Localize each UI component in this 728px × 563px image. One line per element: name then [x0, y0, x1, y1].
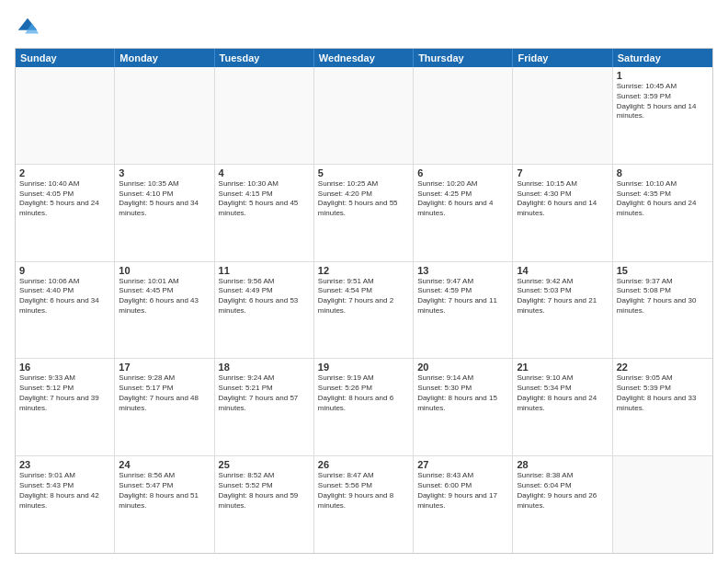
day-number: 18: [219, 362, 310, 373]
day-info: Sunrise: 9:14 AM Sunset: 5:30 PM Dayligh…: [417, 373, 508, 413]
calendar-day-3: 3Sunrise: 10:35 AM Sunset: 4:10 PM Dayli…: [115, 165, 214, 261]
calendar-row-3: 9Sunrise: 10:06 AM Sunset: 4:40 PM Dayli…: [16, 262, 712, 360]
day-info: Sunrise: 10:30 AM Sunset: 4:15 PM Daylig…: [219, 179, 310, 219]
day-number: 13: [417, 265, 508, 276]
calendar-day-23: 23Sunrise: 9:01 AM Sunset: 5:43 PM Dayli…: [16, 456, 115, 553]
day-number: 26: [318, 459, 409, 470]
calendar-day-8: 8Sunrise: 10:10 AM Sunset: 4:35 PM Dayli…: [613, 165, 712, 261]
day-info: Sunrise: 9:56 AM Sunset: 4:49 PM Dayligh…: [219, 277, 310, 316]
day-info: Sunrise: 8:47 AM Sunset: 5:56 PM Dayligh…: [318, 471, 409, 511]
logo-icon: [15, 15, 40, 40]
day-number: 2: [19, 167, 110, 178]
page-header: [15, 15, 713, 40]
calendar-day-11: 11Sunrise: 9:56 AM Sunset: 4:49 PM Dayli…: [215, 262, 314, 359]
logo: [15, 15, 44, 40]
day-number: 14: [517, 265, 608, 276]
calendar-day-empty: [414, 67, 513, 164]
calendar-row-4: 16Sunrise: 9:33 AM Sunset: 5:12 PM Dayli…: [16, 359, 712, 456]
day-number: 24: [119, 459, 210, 470]
day-info: Sunrise: 10:35 AM Sunset: 4:10 PM Daylig…: [119, 179, 210, 219]
day-info: Sunrise: 10:25 AM Sunset: 4:20 PM Daylig…: [318, 179, 409, 219]
day-number: 9: [19, 265, 110, 276]
header-day-thursday: Thursday: [414, 49, 513, 67]
header-day-monday: Monday: [115, 49, 214, 67]
day-number: 1: [617, 70, 709, 81]
calendar-day-13: 13Sunrise: 9:47 AM Sunset: 4:59 PM Dayli…: [414, 262, 513, 359]
day-info: Sunrise: 9:33 AM Sunset: 5:12 PM Dayligh…: [19, 373, 110, 413]
day-info: Sunrise: 8:43 AM Sunset: 6:00 PM Dayligh…: [417, 471, 508, 511]
day-info: Sunrise: 9:05 AM Sunset: 5:39 PM Dayligh…: [617, 373, 709, 413]
day-number: 16: [19, 362, 110, 373]
calendar-day-27: 27Sunrise: 8:43 AM Sunset: 6:00 PM Dayli…: [414, 456, 513, 553]
day-info: Sunrise: 10:45 AM Sunset: 3:59 PM Daylig…: [617, 82, 709, 121]
day-number: 10: [119, 265, 210, 276]
day-number: 5: [318, 167, 409, 178]
calendar-day-16: 16Sunrise: 9:33 AM Sunset: 5:12 PM Dayli…: [16, 359, 115, 455]
calendar-day-1: 1Sunrise: 10:45 AM Sunset: 3:59 PM Dayli…: [613, 67, 712, 164]
calendar-day-empty: [513, 67, 612, 164]
day-number: 20: [417, 362, 508, 373]
day-number: 21: [517, 362, 608, 373]
day-info: Sunrise: 8:52 AM Sunset: 5:52 PM Dayligh…: [219, 471, 310, 511]
calendar-day-empty: [314, 67, 414, 164]
calendar: SundayMondayTuesdayWednesdayThursdayFrid…: [15, 48, 713, 554]
day-info: Sunrise: 9:51 AM Sunset: 4:54 PM Dayligh…: [318, 277, 409, 316]
day-number: 22: [617, 362, 709, 373]
calendar-day-26: 26Sunrise: 8:47 AM Sunset: 5:56 PM Dayli…: [314, 456, 414, 553]
header-day-sunday: Sunday: [16, 49, 115, 67]
calendar-day-24: 24Sunrise: 8:56 AM Sunset: 5:47 PM Dayli…: [115, 456, 214, 553]
day-info: Sunrise: 9:37 AM Sunset: 5:08 PM Dayligh…: [617, 277, 709, 316]
calendar-body: 1Sunrise: 10:45 AM Sunset: 3:59 PM Dayli…: [16, 67, 712, 553]
calendar-day-22: 22Sunrise: 9:05 AM Sunset: 5:39 PM Dayli…: [613, 359, 712, 455]
calendar-day-17: 17Sunrise: 9:28 AM Sunset: 5:17 PM Dayli…: [115, 359, 214, 455]
day-info: Sunrise: 8:56 AM Sunset: 5:47 PM Dayligh…: [119, 471, 210, 511]
calendar-day-2: 2Sunrise: 10:40 AM Sunset: 4:05 PM Dayli…: [16, 165, 115, 261]
calendar-day-7: 7Sunrise: 10:15 AM Sunset: 4:30 PM Dayli…: [513, 165, 612, 261]
day-number: 7: [517, 167, 608, 178]
day-number: 12: [318, 265, 409, 276]
header-day-friday: Friday: [513, 49, 612, 67]
calendar-day-empty: [215, 67, 314, 164]
day-number: 17: [119, 362, 210, 373]
day-info: Sunrise: 10:20 AM Sunset: 4:25 PM Daylig…: [417, 179, 508, 219]
calendar-day-12: 12Sunrise: 9:51 AM Sunset: 4:54 PM Dayli…: [314, 262, 414, 359]
calendar-day-4: 4Sunrise: 10:30 AM Sunset: 4:15 PM Dayli…: [215, 165, 314, 261]
day-info: Sunrise: 9:24 AM Sunset: 5:21 PM Dayligh…: [219, 373, 310, 413]
header-day-saturday: Saturday: [613, 49, 712, 67]
calendar-day-14: 14Sunrise: 9:42 AM Sunset: 5:03 PM Dayli…: [513, 262, 612, 359]
day-info: Sunrise: 10:40 AM Sunset: 4:05 PM Daylig…: [19, 179, 110, 219]
day-info: Sunrise: 9:01 AM Sunset: 5:43 PM Dayligh…: [19, 471, 110, 511]
calendar-row-5: 23Sunrise: 9:01 AM Sunset: 5:43 PM Dayli…: [16, 456, 712, 553]
day-number: 19: [318, 362, 409, 373]
calendar-day-10: 10Sunrise: 10:01 AM Sunset: 4:45 PM Dayl…: [115, 262, 214, 359]
calendar-day-15: 15Sunrise: 9:37 AM Sunset: 5:08 PM Dayli…: [613, 262, 712, 359]
day-info: Sunrise: 10:01 AM Sunset: 4:45 PM Daylig…: [119, 277, 210, 316]
day-number: 4: [219, 167, 310, 178]
calendar-day-19: 19Sunrise: 9:19 AM Sunset: 5:26 PM Dayli…: [314, 359, 414, 455]
calendar-day-25: 25Sunrise: 8:52 AM Sunset: 5:52 PM Dayli…: [215, 456, 314, 553]
calendar-row-1: 1Sunrise: 10:45 AM Sunset: 3:59 PM Dayli…: [16, 67, 712, 165]
day-info: Sunrise: 10:06 AM Sunset: 4:40 PM Daylig…: [19, 277, 110, 316]
day-info: Sunrise: 9:28 AM Sunset: 5:17 PM Dayligh…: [119, 373, 210, 413]
day-number: 6: [417, 167, 508, 178]
day-number: 27: [417, 459, 508, 470]
day-info: Sunrise: 9:42 AM Sunset: 5:03 PM Dayligh…: [517, 277, 608, 316]
calendar-day-empty: [16, 67, 115, 164]
day-number: 23: [19, 459, 110, 470]
header-day-wednesday: Wednesday: [314, 49, 414, 67]
calendar-day-21: 21Sunrise: 9:10 AM Sunset: 5:34 PM Dayli…: [513, 359, 612, 455]
day-number: 25: [219, 459, 310, 470]
calendar-day-6: 6Sunrise: 10:20 AM Sunset: 4:25 PM Dayli…: [414, 165, 513, 261]
day-info: Sunrise: 9:19 AM Sunset: 5:26 PM Dayligh…: [318, 373, 409, 413]
day-number: 3: [119, 167, 210, 178]
day-info: Sunrise: 10:15 AM Sunset: 4:30 PM Daylig…: [517, 179, 608, 219]
calendar-header: SundayMondayTuesdayWednesdayThursdayFrid…: [16, 49, 712, 67]
day-info: Sunrise: 8:38 AM Sunset: 6:04 PM Dayligh…: [517, 471, 608, 511]
calendar-day-5: 5Sunrise: 10:25 AM Sunset: 4:20 PM Dayli…: [314, 165, 414, 261]
day-info: Sunrise: 9:10 AM Sunset: 5:34 PM Dayligh…: [517, 373, 608, 413]
calendar-day-18: 18Sunrise: 9:24 AM Sunset: 5:21 PM Dayli…: [215, 359, 314, 455]
day-number: 28: [517, 459, 608, 470]
day-number: 15: [617, 265, 709, 276]
calendar-day-empty: [115, 67, 214, 164]
day-number: 8: [617, 167, 709, 178]
